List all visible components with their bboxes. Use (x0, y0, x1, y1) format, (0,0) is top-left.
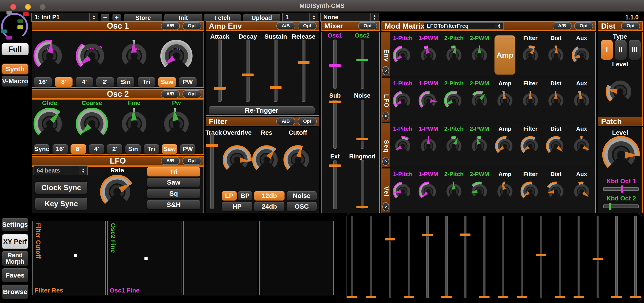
mod-matrix-env-knob-filter[interactable] (520, 44, 541, 65)
mod-matrix-env-knob-dist[interactable] (546, 44, 566, 65)
dist-level-knob[interactable] (605, 75, 635, 105)
osc1-knob-pw[interactable] (160, 38, 193, 71)
filter-mode-hp[interactable]: HP (222, 202, 252, 211)
amp-env-decay-track[interactable] (246, 39, 250, 102)
patch-kbd-oct-1-handle[interactable] (621, 185, 624, 193)
mod-matrix-lfo-knob-amp[interactable] (495, 90, 515, 110)
amp-env-attack-track[interactable] (218, 39, 222, 102)
osc2-switch-tri[interactable]: Tri (144, 144, 159, 154)
lfo-key-sync-button[interactable]: Key Sync (35, 198, 88, 210)
macro-slider-10-track[interactable] (521, 216, 523, 298)
osc1-knob-glide[interactable] (33, 38, 66, 71)
osc2-switch-pw[interactable]: PW (180, 144, 196, 154)
macro-slider-9-handle[interactable] (498, 296, 508, 298)
mod-matrix-env-knob-1-pwm[interactable] (418, 44, 439, 65)
osc1-switch-8[interactable]: 8' (55, 77, 73, 87)
stepper-arrows-icon[interactable]: ▲▼ (495, 22, 503, 29)
filter-knob-res[interactable] (252, 143, 282, 174)
opt-button-osc2[interactable]: Opt (182, 90, 201, 98)
mod-matrix-lfo-knob-2-pitch[interactable] (444, 90, 464, 110)
mod-matrix-vel-knob-2-pitch[interactable] (444, 180, 464, 201)
osc1-knob-fine[interactable] (118, 38, 151, 71)
mod-matrix-preset-select[interactable]: LFOToFilterFreq▲▼ (424, 22, 504, 30)
filter-mode-12db[interactable]: 12db (254, 191, 285, 201)
macro-slider-4-handle[interactable] (404, 296, 414, 298)
macro-slider-3-handle[interactable] (384, 238, 395, 241)
mixer-ringmod-handle[interactable] (356, 206, 368, 208)
mod-matrix-vel-knob-dist[interactable] (546, 180, 566, 201)
filter-mode-noise[interactable]: Noise (286, 191, 317, 201)
minimize-button[interactable] (25, 4, 31, 10)
osc1-switch-4[interactable]: 4' (75, 77, 93, 87)
lfo-wave-saw[interactable]: Saw (147, 177, 200, 187)
filter-mode-bp[interactable]: BP (238, 191, 252, 201)
osc2-switch-saw[interactable]: Saw (162, 144, 177, 154)
mod-matrix-env-knob-aux[interactable] (571, 44, 592, 65)
macro-slider-5-track[interactable] (426, 216, 429, 298)
macro-slider-8-handle[interactable] (479, 296, 490, 298)
mixer-osc1-handle[interactable] (329, 64, 341, 67)
mod-matrix-vel-knob-aux[interactable] (571, 180, 592, 201)
macro-slider-10-handle[interactable] (517, 296, 527, 298)
osc2-switch-8[interactable]: 8' (70, 144, 86, 154)
macro-slider-1-handle[interactable] (347, 296, 357, 298)
macro-slider-7-handle[interactable] (460, 234, 470, 236)
mixer-noise-track[interactable] (361, 100, 364, 149)
mod-matrix-env-knob-2-pitch[interactable] (444, 44, 464, 65)
osc2-switch-sync[interactable]: Sync (34, 144, 50, 154)
zoom-button[interactable] (40, 4, 46, 10)
mod-matrix-vel-knob-1-pwm[interactable] (418, 180, 439, 201)
mixer-sub-track[interactable] (334, 100, 336, 149)
macro-slider-2-handle[interactable] (366, 296, 376, 298)
osc1-switch-saw[interactable]: Saw (158, 77, 176, 87)
filter-track-handle[interactable] (206, 144, 218, 147)
amp-env-sustain-handle[interactable] (270, 86, 282, 89)
opt-button-dist[interactable]: Opt (621, 22, 640, 30)
mod-matrix-lfo-knob-filter[interactable] (520, 90, 541, 110)
filter-mode-lp[interactable]: LP (222, 191, 237, 201)
xy-pad-2-cursor[interactable] (144, 257, 148, 260)
mod-matrix-vel-knob-filter[interactable] (520, 180, 541, 201)
patch-kbd-oct-2-handle[interactable] (609, 203, 611, 210)
lfo-wave-s-h[interactable]: S&H (147, 200, 200, 209)
mod-matrix-lfo-knob-dist[interactable] (546, 90, 566, 110)
lfo-rate-knob[interactable] (99, 173, 135, 208)
opt-button-osc1[interactable]: Opt (182, 22, 201, 30)
mixer-sub-handle[interactable] (329, 101, 341, 103)
osc2-switch-4[interactable]: 4' (89, 144, 104, 154)
stepper-arrows-icon[interactable]: ▲▼ (79, 166, 87, 175)
macro-slider-12-handle[interactable] (555, 296, 565, 298)
mod-matrix-vel-knob-1-pitch[interactable] (392, 180, 413, 201)
mod-matrix-lfo-knob-1-pitch[interactable] (392, 90, 413, 110)
mod-matrix-seq-knob-1-pitch[interactable] (392, 135, 413, 156)
lfo-clock-sync-button[interactable]: Clock Sync (35, 181, 88, 194)
dist-type-i[interactable]: I (601, 40, 613, 60)
mod-matrix-env-knob-1-pitch[interactable] (392, 44, 413, 65)
macro-slider-13-track[interactable] (578, 216, 580, 298)
amp-env-retrigger-button[interactable]: Re-Trigger (208, 106, 315, 115)
amp-env-attack-handle[interactable] (214, 87, 226, 90)
mod-matrix-seq-knob-1-pwm[interactable] (418, 135, 439, 156)
mod-matrix-env-knob-2-pwm[interactable] (469, 44, 490, 65)
macro-slider-16-track[interactable] (634, 216, 636, 298)
mod-matrix-expand-vel-button[interactable]: > (382, 202, 389, 211)
xy-pad-3[interactable] (183, 221, 258, 296)
mixer-osc2-handle[interactable] (356, 59, 368, 61)
lfo-wave-tri[interactable]: Tri (147, 167, 200, 177)
a-b-button-lfo[interactable]: A/B (161, 157, 180, 165)
mod-matrix-seq-knob-filter[interactable] (520, 135, 541, 156)
macro-slider-13-handle[interactable] (574, 296, 584, 298)
opt-button-amp_env[interactable]: Opt (298, 22, 317, 30)
a-b-button-osc2[interactable]: A/B (161, 90, 180, 98)
filter-mode-osc[interactable]: OSC (286, 202, 317, 211)
osc2-switch-sin[interactable]: Sin (125, 144, 141, 154)
macro-slider-8-track[interactable] (483, 216, 486, 298)
lfo-sync-select[interactable]: 64 beats▲▼ (34, 166, 88, 175)
mod-matrix-expand-lfo-button[interactable]: > (382, 111, 389, 120)
osc1-knob-coarse[interactable] (75, 38, 109, 71)
mixer-ringmod-track[interactable] (361, 160, 364, 209)
osc2-knob-coarse[interactable] (75, 106, 109, 139)
amp-env-release-handle[interactable] (298, 61, 310, 64)
osc2-switch-2[interactable]: 2' (107, 144, 122, 154)
xy-pad-2[interactable]: Osc2 FineOsc1 Fine (107, 221, 182, 296)
